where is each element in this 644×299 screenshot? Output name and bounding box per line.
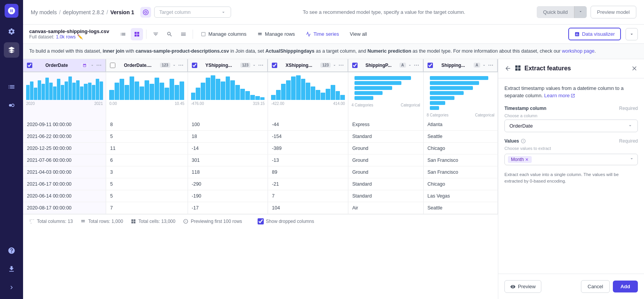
sidebar-expand-btn[interactable] [4,280,19,295]
col-name-orderdate: OrderDate [34,63,79,68]
app-logo[interactable] [5,4,18,18]
panel-back-btn[interactable] [504,65,511,72]
col-check-yshipping[interactable] [192,63,197,68]
svg-point-1 [12,104,14,107]
time-series-label: Time series [313,31,339,37]
table-row: 2020-09-11 00:00:00 8 100 -44 Express At… [23,119,498,131]
separator-1 [146,30,146,39]
cell-val-7-4: Air [348,202,424,214]
panel-close-btn[interactable] [631,65,638,72]
sidebar-item-export[interactable] [4,261,19,277]
menu-btn[interactable] [177,28,190,40]
values-sub-label: Choose values to extract [504,146,638,151]
cell-val-1-2: 18 [188,130,268,142]
workshop-link[interactable]: workshop page [562,48,594,54]
sidebar-item-asterisk[interactable] [4,61,19,76]
month-tag: Month × [508,156,532,163]
cell-date-1: 2021-06-22 00:00:00 [23,130,106,142]
timestamp-label: Timestamp column Required [504,106,638,111]
sidebar-item-list[interactable] [4,79,19,95]
manage-rows-label: Manage rows [265,31,295,37]
view-all-label: View all [350,31,367,37]
month-tag-remove[interactable]: × [525,157,528,162]
col-name-shipping2: Shipping... [434,63,472,68]
cell-val-1-5: Seattle [423,130,498,142]
hint-text: To see a recommended model type, specify… [303,9,465,15]
col-more-yshipping[interactable]: ⋯ [258,62,263,68]
show-dropped-checkbox[interactable] [258,218,264,224]
manage-columns-btn[interactable]: Manage columns [196,29,251,39]
data-visualizer-btn[interactable]: Data visualizer [568,28,621,40]
separator-2 [193,30,193,39]
col-more-orderdate2[interactable]: ⋯ [178,62,183,68]
tag-dropdown-arrow[interactable] [629,156,634,163]
cell-val-3-5: San Francisco [423,154,498,166]
svg-point-0 [9,104,12,107]
cancel-button[interactable]: Cancel [581,280,609,293]
table-row: 2020-06-14 00:00:00 5 -190 7 Standard La… [23,190,498,202]
cell-val-6-3: 7 [268,190,348,202]
dataset-filename: canvas-sample-shipping-logs.csv [29,28,109,34]
col-check-orderdate[interactable] [27,63,32,68]
col-type-orderdate [81,63,88,68]
chart-bars-xshipping [271,74,345,101]
col-more-shippingp[interactable]: ⋯ [414,62,419,68]
sidebar-item-models[interactable] [4,42,19,58]
panel-title: Extract features [524,65,628,72]
timestamp-column-section: Timestamp column Required Choose a colum… [504,106,638,132]
footer-preview-note: Previewing first 100 rows [191,219,242,224]
preview-panel-btn[interactable]: Preview [504,280,541,293]
chart-bars-shipping2 [427,74,494,112]
learn-more-link[interactable]: Learn more [544,92,575,100]
col-more-shipping2[interactable]: ⋯ [488,62,493,68]
add-button[interactable]: Add [613,281,638,292]
col-name-xshipping: XShipping... [279,63,319,68]
grid-view-btn[interactable] [131,28,143,40]
cell-val-4-5: San Francisco [423,166,498,178]
col-check-shipping2[interactable] [428,63,433,68]
filter-btn[interactable] [150,28,162,40]
timestamp-column-select[interactable]: OrderDate [504,120,638,132]
breadcrumb-deployment[interactable]: deployment 2.8.2 [63,9,104,15]
cell-val-3-4: Ground [348,154,424,166]
sidebar-item-help[interactable] [4,243,19,258]
col-more-xshipping[interactable]: ⋯ [338,62,344,68]
expand-btn[interactable] [626,28,638,40]
cell-val-6-4: Standard [348,190,424,202]
panel-description: Extract timestamp values from a datetime… [504,85,638,100]
list-view-btn[interactable] [117,28,129,40]
data-table[interactable]: OrderDate ⋯ [23,59,498,299]
svg-text:i: i [523,140,524,142]
breadcrumb-my-models[interactable]: My models [31,9,57,15]
quick-build-button[interactable]: Quick build [537,6,574,18]
cell-val-2-5: Chicago [423,142,498,154]
manage-rows-btn[interactable]: Manage rows [253,29,300,39]
search-btn[interactable] [163,28,176,40]
cell-val-4-2: 118 [188,166,268,178]
cell-date-3: 2021-07-06 00:00:00 [23,154,106,166]
dataset-rows-link[interactable]: 1.0k rows [56,34,75,40]
cell-val-1-1: 5 [106,130,188,142]
col-more-orderdate[interactable]: ⋯ [96,62,102,68]
col-type-yshipping: 123 [240,63,251,68]
table-footer: Total columns: 13 Total rows: 1,000 Tota… [23,214,498,228]
view-all-btn[interactable]: View all [345,29,372,39]
col-name-shippingp: ShippingP... [359,63,398,68]
table-row: 2020-12-25 00:00:00 11 -14 -389 Ground C… [23,142,498,154]
chart-bars-orderdate2 [109,74,184,101]
cell-val-0-5: Atlanta [423,119,498,131]
col-check-orderdate2[interactable] [110,63,115,68]
target-column-select[interactable]: Target column [154,7,231,18]
preview-model-button[interactable]: Preview model [591,6,636,18]
time-series-btn[interactable]: Time series [301,29,344,39]
quick-build-arrow[interactable] [574,6,587,18]
main-content: My models / deployment 2.8.2 / Version 1… [23,0,644,299]
sidebar-item-settings[interactable] [4,24,19,39]
values-tag-select[interactable]: Month × [504,154,638,165]
top-bar: My models / deployment 2.8.2 / Version 1… [23,0,644,25]
col-check-xshipping[interactable] [272,63,277,68]
cell-val-5-2: -290 [188,178,268,190]
sidebar-item-toggle[interactable] [4,98,19,113]
edit-icon[interactable]: ✏️ [77,34,83,40]
col-check-shippingp[interactable] [352,63,358,68]
